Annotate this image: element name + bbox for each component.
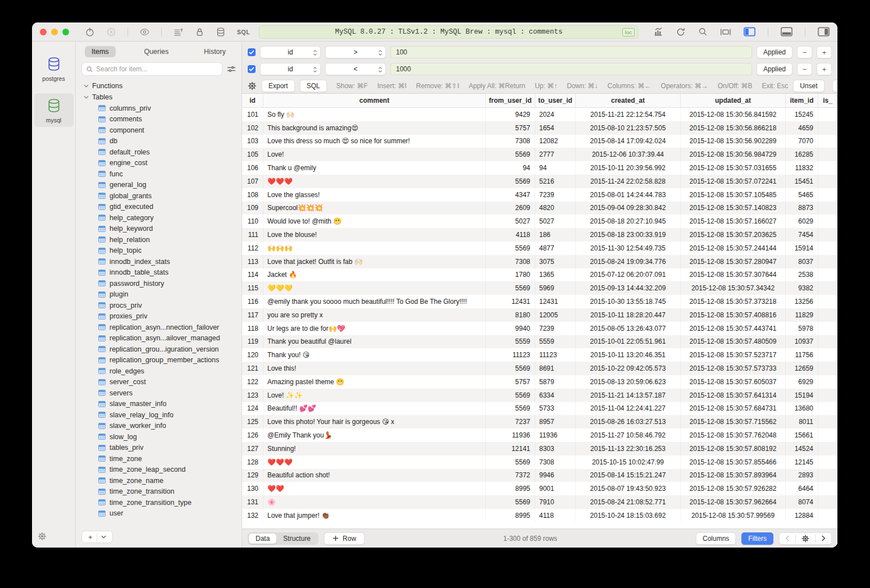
sidebar-table-item[interactable]: func (81, 168, 236, 180)
cell-id[interactable]: 105 (242, 148, 263, 161)
cell-id[interactable]: 115 (242, 281, 263, 295)
cell-created-at[interactable]: 2015-08-13 20:59:06.623 (576, 375, 681, 389)
chart-icon[interactable] (653, 27, 663, 37)
cell-updated-at[interactable]: 2015-12-08 15:30:57.34342 (681, 281, 786, 295)
toggle-right-panel-icon[interactable] (818, 27, 830, 37)
cell-comment[interactable]: Love that jumper! 👏🏾 (263, 509, 486, 522)
cell-item-id[interactable]: 5465 (786, 188, 818, 202)
cell-to-user-id[interactable]: 11936 (535, 429, 576, 442)
cell-item-id[interactable]: 15661 (786, 429, 818, 442)
cell-comment[interactable]: This background is amazing😍 (263, 121, 486, 135)
cell-updated-at[interactable]: 2015-12-08 15:30:57.684731 (681, 402, 786, 416)
cell-updated-at[interactable]: 2015-12-08 15:30:57.244144 (681, 241, 786, 255)
cell-from-user-id[interactable]: 5027 (486, 215, 535, 228)
search-input[interactable] (96, 65, 218, 73)
cell-updated-at[interactable]: 2015-12-08 15:30:57.031655 (681, 161, 786, 175)
cell-comment[interactable]: Love the glasses! (263, 188, 486, 202)
cell-item-id[interactable]: 7454 (786, 228, 818, 241)
cell-updated-at[interactable]: 2015-12-08 15:30:57.808192 (681, 442, 786, 455)
cell-is[interactable] (818, 135, 837, 148)
cell-from-user-id[interactable]: 5569 (486, 495, 535, 509)
column-header-updated-at[interactable]: updated_at (681, 94, 786, 107)
sidebar-table-item[interactable]: slave_relay_log_info (81, 409, 236, 421)
table-row[interactable]: 103Love this dress so much 😍 so nice for… (242, 135, 837, 148)
cell-id[interactable]: 122 (242, 375, 263, 389)
cell-is[interactable] (818, 375, 837, 389)
filter-sliders-icon[interactable] (227, 65, 236, 73)
table-row[interactable]: 112🙌🙌🙌556948772015-11-30 12:54:49.735201… (242, 241, 837, 255)
cell-updated-at[interactable]: 2015-12-08 15:30:57.762048 (681, 429, 786, 442)
sidebar-table-item[interactable]: gtid_executed (81, 202, 236, 213)
sidebar-table-item[interactable]: role_edges (81, 366, 236, 377)
disconnect-icon[interactable] (106, 27, 116, 37)
cell-created-at[interactable]: 2015-10-22 09:42:05.573 (576, 362, 681, 375)
table-row[interactable]: 110Would love to! @mith 😬502750272015-08… (242, 215, 837, 228)
item-search-input[interactable] (81, 62, 222, 76)
table-row[interactable]: 117you are so pretty x8180120052015-10-1… (242, 308, 837, 322)
cell-to-user-id[interactable]: 5559 (535, 335, 576, 349)
table-row[interactable]: 132Love that jumper! 👏🏾899541182015-10-2… (242, 509, 837, 522)
cell-from-user-id[interactable]: 11123 (486, 348, 535, 362)
cell-id[interactable]: 125 (242, 415, 263, 429)
sidebar-table-item[interactable]: time_zone (81, 453, 236, 464)
column-header-created-at[interactable]: created_at (576, 94, 681, 107)
cell-id[interactable]: 129 (242, 469, 263, 482)
cell-to-user-id[interactable]: 5879 (535, 375, 576, 389)
cell-is[interactable] (818, 469, 837, 482)
add-filter-button[interactable]: + (817, 46, 832, 58)
table-row[interactable]: 101So fly 🙌🏻942920242015-11-21 22:12:54.… (242, 108, 837, 121)
toggle-bottom-panel-icon[interactable] (781, 27, 792, 37)
cell-item-id[interactable]: 8074 (786, 495, 818, 509)
database-icon[interactable] (216, 27, 226, 37)
filter-enabled-checkbox[interactable] (248, 65, 256, 73)
cell-comment[interactable]: 🙌🙌🙌 (263, 241, 486, 255)
cell-updated-at[interactable]: 2015-12-08 15:30:57.480509 (681, 335, 786, 349)
cell-updated-at[interactable]: 2015-12-08 15:30:57.408816 (681, 308, 786, 322)
cell-created-at[interactable]: 2015-10-11 20:39:56.992 (576, 161, 681, 175)
cell-item-id[interactable]: 15194 (786, 389, 818, 402)
cell-item-id[interactable]: 12659 (786, 362, 818, 375)
sidebar-table-item[interactable]: comments (81, 114, 236, 125)
cell-item-id[interactable]: 15914 (786, 241, 818, 255)
cell-item-id[interactable]: 13680 (786, 402, 818, 416)
cell-to-user-id[interactable]: 6334 (535, 389, 576, 402)
cell-is[interactable] (818, 241, 837, 255)
cell-created-at[interactable]: 2015-10-30 13:55:18.745 (576, 295, 681, 308)
filter-column-select[interactable]: id (260, 63, 321, 75)
cell-is[interactable] (818, 455, 837, 469)
cell-id[interactable]: 102 (242, 121, 263, 135)
sidebar-table-item[interactable]: db (81, 136, 236, 147)
sidebar-table-item[interactable]: help_relation (81, 234, 236, 245)
table-row[interactable]: 121Love this!556986912015-10-22 09:42:05… (242, 362, 837, 375)
cell-updated-at[interactable]: 2015-12-08 15:30:57.715562 (681, 415, 786, 429)
cell-item-id[interactable]: 11756 (786, 348, 818, 362)
cell-to-user-id[interactable]: 5216 (535, 175, 576, 188)
cell-item-id[interactable]: 6929 (786, 375, 818, 389)
cell-is[interactable] (818, 335, 837, 349)
sidebar-table-item[interactable]: servers (81, 388, 236, 399)
cell-updated-at[interactable]: 2015-12-08 15:30:57.893964 (681, 469, 786, 482)
column-header-item-id[interactable]: item_id (786, 94, 818, 107)
cell-to-user-id[interactable]: 11123 (535, 348, 576, 362)
cell-from-user-id[interactable]: 5569 (486, 455, 535, 469)
cell-is[interactable] (818, 402, 837, 416)
cell-comment[interactable]: Stunning! (263, 442, 486, 455)
cell-to-user-id[interactable]: 4877 (535, 241, 576, 255)
cell-to-user-id[interactable]: 186 (535, 228, 576, 241)
cell-item-id[interactable]: 2538 (786, 268, 818, 282)
add-filter-button[interactable]: + (817, 63, 832, 75)
cell-updated-at[interactable]: 2015-12-08 15:30:57.443741 (681, 322, 786, 335)
table-row[interactable]: 106Thank u @emily94942015-10-11 20:39:56… (242, 161, 837, 175)
preview-eye-icon[interactable] (139, 28, 150, 37)
sidebar-table-item[interactable]: component (81, 125, 236, 136)
filter-column-select[interactable]: id (260, 46, 321, 58)
cell-is[interactable] (818, 121, 837, 135)
cell-item-id[interactable]: 10937 (786, 335, 818, 349)
cell-id[interactable]: 124 (242, 402, 263, 416)
cell-created-at[interactable]: 2015-11-24 22:02:58.828 (576, 175, 681, 188)
zoom-window-button[interactable] (62, 29, 69, 35)
cell-id[interactable]: 114 (242, 268, 263, 282)
sidebar-table-item[interactable]: columns_priv (81, 103, 236, 114)
table-row[interactable]: 122Amazing pastel theme 😬575758792015-08… (242, 375, 837, 389)
table-row[interactable]: 131🌸556979102015-08-24 21:08:52.7712015-… (242, 495, 837, 509)
